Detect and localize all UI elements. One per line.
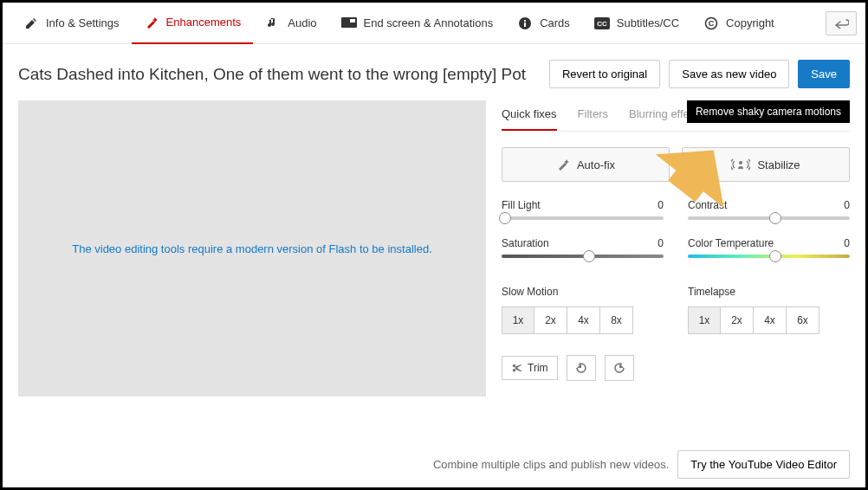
rotate-cw-icon	[574, 361, 588, 375]
slider-track[interactable]	[502, 216, 664, 220]
tab-subtitles[interactable]: CC Subtitles/CC	[582, 3, 691, 44]
tab-cards[interactable]: Cards	[505, 3, 582, 44]
trim-button[interactable]: Trim	[502, 356, 558, 380]
tab-copyright[interactable]: C Copyright	[691, 3, 787, 44]
slider-thumb[interactable]	[769, 212, 781, 224]
svg-text:C: C	[709, 19, 715, 28]
info-icon	[517, 16, 533, 31]
tab-audio[interactable]: Audio	[253, 3, 328, 44]
tab-label: Cards	[540, 16, 570, 29]
contrast-slider: Contrast0	[688, 199, 850, 220]
save-button[interactable]: Save	[798, 60, 850, 88]
slow-2x[interactable]: 2x	[534, 306, 567, 334]
tab-label: Info & Settings	[46, 16, 120, 29]
slider-track[interactable]	[502, 255, 664, 258]
stabilize-tooltip: Remove shaky camera motions	[687, 100, 850, 123]
slow-4x[interactable]: 4x	[567, 306, 600, 334]
title-row: Cats Dashed into Kitchen, One of them we…	[3, 44, 865, 100]
scissors-icon	[511, 362, 523, 374]
tab-endscreen[interactable]: End screen & Annotations	[329, 3, 506, 44]
rotate-ccw-button[interactable]	[605, 355, 634, 381]
saturation-slider: Saturation0	[502, 237, 664, 258]
slider-track[interactable]	[688, 216, 850, 220]
slow-1x[interactable]: 1x	[502, 306, 534, 334]
tab-label: Copyright	[726, 16, 774, 29]
tab-enhancements[interactable]: Enhancements	[132, 3, 254, 44]
save-as-button[interactable]: Save as new video	[669, 60, 789, 88]
flash-message: The video editing tools require a modern…	[72, 242, 432, 255]
stabilize-icon	[731, 158, 750, 171]
slider-label: Contrast	[688, 199, 727, 211]
cc-icon: CC	[594, 16, 610, 31]
button-label: Trim	[528, 362, 548, 374]
slider-track[interactable]	[688, 255, 850, 258]
rotate-ccw-icon	[612, 361, 626, 375]
video-editor-button[interactable]: Try the YouTube Video Editor	[677, 450, 850, 479]
subtab-filters[interactable]: Filters	[578, 100, 608, 131]
button-label: Auto-fix	[577, 158, 615, 171]
tab-label: Subtitles/CC	[617, 16, 679, 29]
svg-point-9	[739, 161, 742, 164]
slider-thumb[interactable]	[583, 250, 595, 262]
endscreen-icon	[341, 16, 357, 31]
top-nav: Info & Settings Enhancements Audio End s…	[3, 3, 865, 44]
svg-rect-1	[350, 19, 355, 23]
speed-row: Slow Motion 1x 2x 4x 8x Timelapse 1x 2x …	[502, 286, 850, 334]
slider-value: 0	[657, 199, 664, 211]
video-preview: The video editing tools require a modern…	[18, 100, 486, 397]
slider-label: Saturation	[502, 237, 549, 249]
tab-label: Enhancements	[166, 16, 242, 29]
back-arrow-icon	[833, 18, 849, 29]
auto-fix-button[interactable]: Auto-fix	[502, 147, 670, 182]
slider-thumb[interactable]	[499, 212, 511, 224]
tab-label: End screen & Annotations	[364, 16, 494, 29]
slider-value: 0	[657, 237, 664, 249]
pencil-icon	[23, 16, 39, 31]
time-6x[interactable]: 6x	[787, 306, 819, 334]
main-content: The video editing tools require a modern…	[3, 100, 865, 397]
revert-button[interactable]: Revert to original	[549, 60, 660, 88]
slider-thumb[interactable]	[769, 250, 781, 262]
slider-label: Color Temperature	[688, 237, 774, 249]
group-label: Timelapse	[688, 286, 850, 298]
timelapse-group: Timelapse 1x 2x 4x 6x	[688, 286, 850, 334]
stabilize-button[interactable]: Stabilize	[682, 147, 850, 182]
tab-info-settings[interactable]: Info & Settings	[11, 3, 132, 44]
sliders-row-2: Saturation0 Color Temperature0	[502, 237, 850, 258]
back-button[interactable]	[826, 11, 857, 35]
slow-motion-group: Slow Motion 1x 2x 4x 8x	[502, 286, 664, 334]
time-1x[interactable]: 1x	[688, 306, 721, 334]
fill-light-slider: Fill Light0	[502, 199, 664, 220]
subtab-quick-fixes[interactable]: Quick fixes	[502, 100, 557, 131]
footer-text: Combine multiple clips and publish new v…	[433, 458, 669, 471]
color-temp-slider: Color Temperature0	[688, 237, 850, 258]
magic-wand-icon	[556, 158, 570, 171]
footer: Combine multiple clips and publish new v…	[433, 450, 850, 479]
svg-rect-4	[524, 20, 526, 22]
slider-value: 0	[844, 237, 850, 249]
big-buttons: Auto-fix Stabilize	[502, 147, 850, 182]
slow-8x[interactable]: 8x	[600, 306, 633, 334]
tab-label: Audio	[288, 16, 316, 29]
trim-row: Trim	[502, 355, 850, 381]
button-label: Stabilize	[757, 158, 800, 171]
controls-panel: Remove shaky camera motions Quick fixes …	[502, 100, 850, 397]
rotate-cw-button[interactable]	[567, 355, 596, 381]
copyright-icon: C	[703, 16, 719, 31]
slider-value: 0	[844, 199, 850, 211]
group-label: Slow Motion	[502, 286, 664, 298]
sliders-row-1: Fill Light0 Contrast0	[502, 199, 850, 220]
magic-wand-icon	[144, 15, 159, 30]
svg-text:CC: CC	[597, 20, 607, 28]
time-4x[interactable]: 4x	[754, 306, 787, 334]
music-note-icon	[265, 16, 281, 31]
video-title: Cats Dashed into Kitchen, One of them we…	[18, 65, 541, 84]
svg-rect-3	[524, 23, 526, 27]
slider-label: Fill Light	[502, 199, 541, 211]
time-2x[interactable]: 2x	[721, 306, 754, 334]
